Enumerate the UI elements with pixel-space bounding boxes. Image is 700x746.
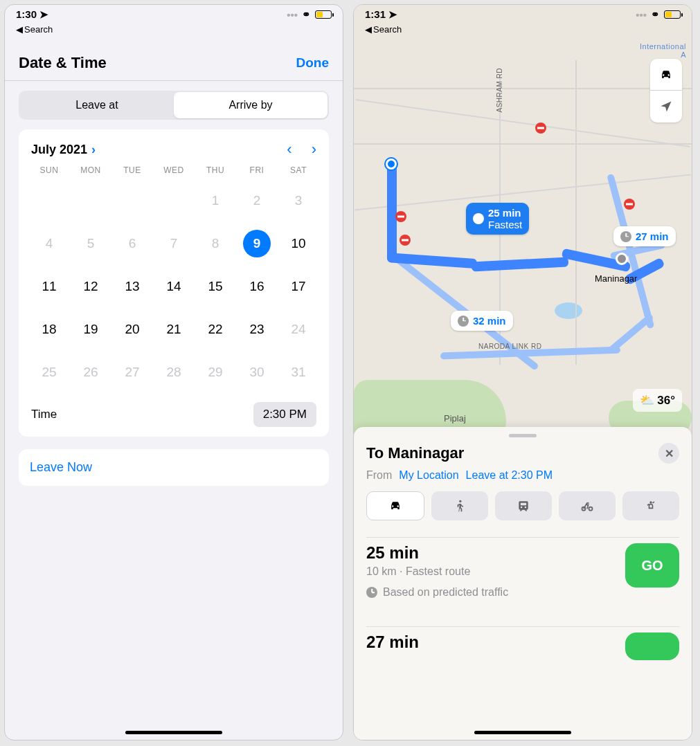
calendar-day[interactable]: 21	[153, 308, 195, 351]
bubble-sub: Fastest	[488, 219, 522, 230]
calendar-day[interactable]: 18	[28, 308, 70, 351]
mode-rideshare[interactable]	[622, 491, 679, 520]
calendar-day[interactable]: 26	[70, 351, 111, 394]
home-indicator[interactable]	[474, 731, 571, 734]
mode-transit[interactable]	[495, 491, 552, 520]
destination-label: Maninagar	[595, 273, 637, 284]
calendar-day[interactable]: 22	[195, 308, 236, 351]
bubble-time: 25 min	[488, 207, 521, 219]
calendar-day[interactable]: 4	[28, 222, 70, 265]
calendar-day[interactable]: 1	[195, 179, 236, 222]
no-entry-icon	[395, 211, 406, 222]
calendar-card: July 2021› ‹ › SUNMONTUEWEDTHUFRISAT 123…	[19, 129, 329, 437]
drive-mode-button[interactable]	[650, 59, 682, 91]
bubble-time: 32 min	[473, 315, 506, 327]
clock-icon	[473, 213, 484, 224]
calendar-day[interactable]: 23	[236, 308, 278, 351]
directions-sheet[interactable]: To Maninagar ✕ From My Location Leave at…	[354, 427, 692, 740]
phone-right: 25 minFastest 27 min 32 min Maninagar Pi…	[353, 4, 692, 740]
segment-leave-at[interactable]: Leave at	[20, 92, 174, 118]
calendar-day[interactable]: 30	[236, 351, 278, 394]
alt-route-bubble-1[interactable]: 27 min	[613, 226, 676, 246]
back-label: Search	[24, 24, 53, 35]
from-location-chip[interactable]: My Location	[399, 469, 458, 482]
dow-cell: SAT	[278, 165, 319, 175]
fastest-route-bubble[interactable]: 25 minFastest	[466, 203, 529, 235]
calendar-day[interactable]: 11	[28, 265, 70, 308]
go-button[interactable]	[625, 633, 679, 660]
time-row: Time 2:30 PM	[28, 394, 319, 430]
no-entry-icon	[535, 122, 546, 134]
calendar-day[interactable]: 17	[278, 265, 319, 308]
calendar-day	[111, 179, 153, 222]
calendar-day[interactable]: 24	[278, 308, 319, 351]
month-picker[interactable]: July 2021›	[31, 143, 96, 157]
calendar-day[interactable]: 6	[111, 222, 153, 265]
calendar-day[interactable]: 13	[111, 265, 153, 308]
prev-month-button[interactable]: ‹	[287, 140, 291, 158]
month-nav: ‹ ›	[287, 140, 316, 158]
destination-title: To Maninagar	[366, 444, 464, 462]
calendar-day[interactable]: 7	[153, 222, 195, 265]
time-label: Time	[31, 408, 57, 421]
calendar-day[interactable]: 15	[195, 265, 236, 308]
calendar-day	[70, 179, 111, 222]
leave-time-chip[interactable]: Leave at 2:30 PM	[466, 469, 553, 482]
dow-cell: THU	[195, 165, 236, 175]
calendar-day[interactable]: 3	[278, 179, 319, 222]
calendar-day[interactable]: 31	[278, 351, 319, 394]
calendar-day[interactable]: 28	[153, 351, 195, 394]
svg-point-2	[589, 507, 593, 511]
home-indicator[interactable]	[125, 731, 222, 734]
calendar-day[interactable]: 19	[70, 308, 111, 351]
close-button[interactable]: ✕	[658, 443, 679, 464]
sheet-grabber[interactable]	[509, 434, 537, 437]
mode-walk[interactable]	[431, 491, 488, 520]
back-label: Search	[373, 24, 402, 35]
mode-drive[interactable]	[366, 491, 424, 520]
calendar-day[interactable]: 14	[153, 265, 195, 308]
alt-route-bubble-2[interactable]: 32 min	[451, 311, 513, 331]
calendar-day[interactable]: 8	[195, 222, 236, 265]
route-time: 25 min	[366, 543, 508, 563]
destination-pin	[616, 253, 628, 265]
svg-point-3	[649, 501, 652, 503]
calendar-day[interactable]: 20	[111, 308, 153, 351]
leave-arrive-segment[interactable]: Leave at Arrive by	[19, 91, 329, 120]
town-label: Piplaj	[444, 413, 466, 424]
calendar-day[interactable]: 2	[236, 179, 278, 222]
calendar-grid[interactable]: 1234567891011121314151617181920212223242…	[28, 179, 319, 394]
locate-me-button[interactable]	[650, 91, 682, 122]
location-icon: ➤	[388, 8, 397, 20]
go-button[interactable]: GO	[625, 543, 679, 588]
dow-cell: WED	[153, 165, 195, 175]
calendar-day	[28, 179, 70, 222]
back-to-search[interactable]: ◀ Search	[5, 24, 343, 39]
time-picker[interactable]: 2:30 PM	[253, 402, 316, 427]
calendar-day[interactable]: 16	[236, 265, 278, 308]
calendar-day[interactable]: 12	[70, 265, 111, 308]
no-entry-icon	[624, 199, 635, 210]
calendar-day[interactable]: 9	[236, 222, 278, 265]
back-to-search[interactable]: ◀ Search	[354, 24, 413, 39]
dow-cell: TUE	[111, 165, 153, 175]
calendar-day[interactable]: 27	[111, 351, 153, 394]
sheet-title: Date & Time	[19, 54, 107, 72]
chevron-right-icon: ›	[91, 143, 96, 157]
mode-cycle[interactable]	[559, 491, 616, 520]
calendar-day[interactable]: 25	[28, 351, 70, 394]
battery-icon	[315, 10, 332, 19]
next-month-button[interactable]: ›	[312, 140, 316, 158]
leave-now-button[interactable]: Leave Now	[19, 449, 329, 486]
status-time: 1:30	[16, 8, 37, 20]
segment-arrive-by[interactable]: Arrive by	[174, 92, 327, 118]
calendar-day[interactable]: 5	[70, 222, 111, 265]
status-bar: 1:31 ➤ ••• ⚭	[354, 5, 692, 24]
temperature: 36°	[657, 394, 675, 407]
calendar-day[interactable]: 29	[195, 351, 236, 394]
calendar-day[interactable]: 10	[278, 222, 319, 265]
route-card-0[interactable]: 25 min 10 km · Fastest route Based on pr…	[366, 537, 679, 599]
weather-badge[interactable]: ⛅ 36°	[633, 389, 682, 412]
route-card-1[interactable]: 27 min	[366, 626, 679, 660]
done-button[interactable]: Done	[296, 55, 330, 71]
